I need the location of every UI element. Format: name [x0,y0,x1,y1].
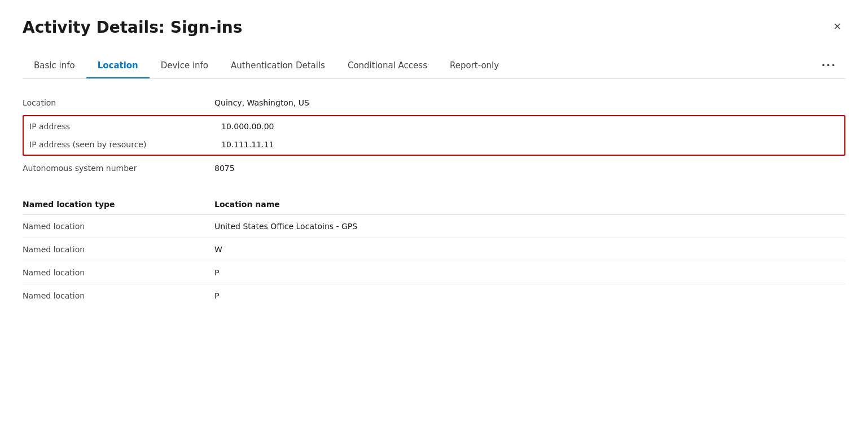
location-value: Quincy, Washington, US [214,98,309,107]
named-location-type-cell: Named location [23,261,214,284]
tab-location[interactable]: Location [86,54,150,78]
named-location-type-cell: Named location [23,215,214,238]
location-name-cell: P [214,261,845,284]
location-row: Location Quincy, Washington, US [23,93,845,113]
location-label: Location [23,98,214,107]
tabs-bar: Basic info Location Device info Authenti… [23,52,845,79]
tab-report-only[interactable]: Report-only [439,54,510,78]
panel-header: Activity Details: Sign-ins × [23,18,845,37]
table-row: Named locationUnited States Office Locat… [23,215,845,238]
asn-label: Autonomous system number [23,164,214,173]
ip-address-resource-value: 10.111.11.11 [221,140,274,149]
asn-value: 8075 [214,164,235,173]
tab-content: Location Quincy, Washington, US IP addre… [23,79,845,307]
named-location-table: Named location type Location name Named … [23,194,845,307]
location-name-cell: P [214,284,845,308]
named-location-type-cell: Named location [23,238,214,261]
ip-address-label: IP address [29,122,221,131]
ip-address-resource-row: IP address (seen by resource) 10.111.11.… [24,135,844,153]
table-row: Named locationP [23,261,845,284]
location-name-cell: W [214,238,845,261]
activity-details-panel: Activity Details: Sign-ins × Basic info … [0,0,868,430]
ip-address-highlighted-box: IP address 10.000.00.00 IP address (seen… [23,115,845,156]
panel-title: Activity Details: Sign-ins [23,18,242,37]
close-button[interactable]: × [829,18,845,35]
tab-device-info[interactable]: Device info [150,54,220,78]
tabs-more-button[interactable]: ··· [812,52,845,79]
ip-address-row: IP address 10.000.00.00 [24,117,844,135]
ip-address-value: 10.000.00.00 [221,122,274,131]
col-location-name-header: Location name [214,194,845,215]
asn-row: Autonomous system number 8075 [23,158,845,178]
tab-basic-info[interactable]: Basic info [23,54,86,78]
tab-conditional-access[interactable]: Conditional Access [336,54,439,78]
table-header-row: Named location type Location name [23,194,845,215]
tab-authentication-details[interactable]: Authentication Details [220,54,336,78]
table-row: Named locationW [23,238,845,261]
table-row: Named locationP [23,284,845,308]
ip-address-resource-label: IP address (seen by resource) [29,140,221,149]
named-location-type-cell: Named location [23,284,214,308]
col-named-location-type-header: Named location type [23,194,214,215]
location-name-cell: United States Office Locatoins - GPS [214,215,845,238]
